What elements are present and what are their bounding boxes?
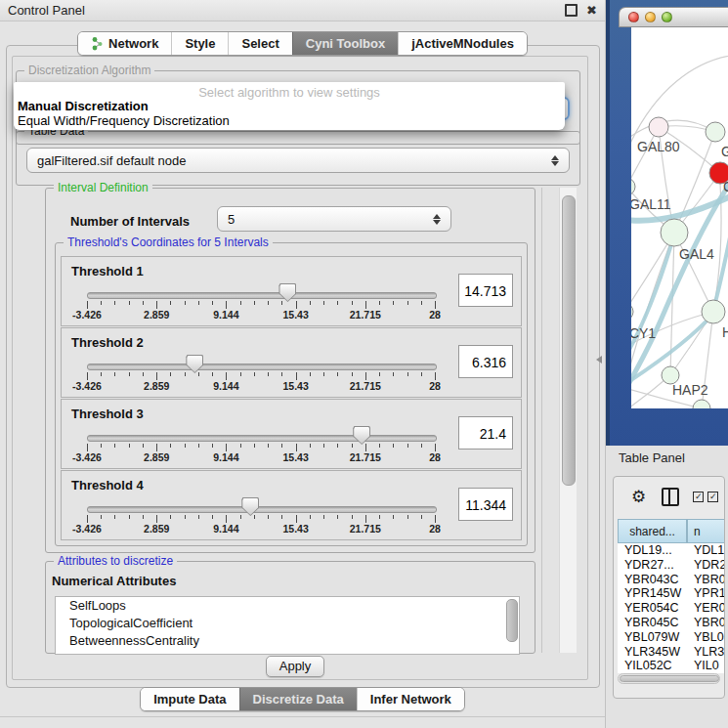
slider-track[interactable] bbox=[87, 364, 437, 370]
table-row[interactable]: YER054CYER0 bbox=[618, 601, 725, 616]
table-row[interactable]: YDR27...YDR2 bbox=[618, 558, 725, 573]
tab-impute-data[interactable]: Impute Data bbox=[141, 688, 238, 710]
checkbox-icon[interactable]: ✓ bbox=[693, 492, 704, 502]
list-item[interactable]: BetweennessCentrality bbox=[56, 632, 519, 650]
tab-network[interactable]: Network bbox=[78, 32, 171, 55]
table-row[interactable]: YBL079WYBL0 bbox=[618, 630, 725, 645]
table-panel: ⚙ ✓ ✓ shared...n YDL19...YDL1YDR27...YDR… bbox=[613, 476, 725, 699]
network-canvas[interactable]: GAL80GCGAL11GAL4GCY1HHAP2 bbox=[631, 27, 728, 408]
tick-label: 2.859 bbox=[144, 451, 169, 463]
network-node[interactable] bbox=[706, 122, 725, 142]
slider-thumb[interactable] bbox=[353, 426, 370, 445]
tick-label: 21.715 bbox=[350, 380, 381, 392]
table-cell: YIL0 bbox=[687, 659, 725, 673]
zoom-traffic-light-icon[interactable] bbox=[662, 12, 672, 22]
table-row[interactable]: YBR045CYBR0 bbox=[618, 616, 725, 630]
tab-discretize-data[interactable]: Discretize Data bbox=[239, 688, 357, 710]
network-node[interactable] bbox=[661, 219, 688, 246]
panel-scrollbar-thumb[interactable] bbox=[562, 195, 576, 486]
table-row[interactable]: YPR145WYPR1 bbox=[618, 586, 725, 601]
slider-thumb[interactable] bbox=[186, 355, 203, 373]
panel-bottom-edge bbox=[0, 716, 605, 717]
dropdown-hint: Select algorithm to view settings bbox=[14, 85, 565, 100]
attribute-items: SelfLoopsTopologicalCoefficientBetweenne… bbox=[56, 597, 519, 650]
node-label: GAL80 bbox=[637, 139, 680, 154]
combo-stepper-icon bbox=[433, 214, 441, 225]
close-icon[interactable]: ✖ bbox=[586, 3, 597, 18]
column-header[interactable]: n bbox=[687, 519, 725, 543]
checkbox-icon[interactable]: ✓ bbox=[707, 492, 718, 502]
float-window-icon[interactable] bbox=[565, 4, 578, 17]
table-cell: YER0 bbox=[687, 601, 725, 616]
top-tabbar: NetworkStyleSelectCyni ToolboxjActiveMNo… bbox=[77, 31, 528, 56]
table-row[interactable]: YIL052CYIL0 bbox=[618, 659, 725, 673]
table-cell: YBL0 bbox=[687, 630, 725, 645]
table-panel-title: Table Panel bbox=[619, 450, 685, 465]
slider-track[interactable] bbox=[87, 435, 437, 442]
dropdown-option-manual[interactable]: Manual Discretization bbox=[18, 99, 149, 113]
tab-infer-network[interactable]: Infer Network bbox=[357, 688, 464, 710]
numerical-attributes-list[interactable]: SelfLoopsTopologicalCoefficientBetweenne… bbox=[55, 596, 520, 655]
close-traffic-light-icon[interactable] bbox=[628, 12, 639, 22]
tick-label: 28 bbox=[429, 309, 441, 321]
panel-scrollbar[interactable] bbox=[559, 188, 577, 653]
slider-tick-labels: -3.4262.8599.14415.4321.71528 bbox=[87, 380, 435, 392]
network-node[interactable] bbox=[631, 178, 635, 195]
tick-label: 2.859 bbox=[144, 309, 169, 321]
threshold-value-field[interactable]: 21.4 bbox=[458, 416, 513, 450]
tab-style[interactable]: Style bbox=[171, 32, 228, 55]
table-row[interactable]: YBR043CYBR0 bbox=[618, 573, 725, 587]
attributes-list-scrollbar[interactable] bbox=[506, 599, 518, 642]
table-cell: YIL052C bbox=[618, 659, 687, 673]
threshold-box-2: Threshold 2-3.4262.8599.14415.4321.71528… bbox=[61, 327, 522, 398]
tab-cyni-toolbox[interactable]: Cyni Toolbox bbox=[292, 32, 398, 55]
table-cell: YLR345W bbox=[618, 645, 687, 660]
tab-select[interactable]: Select bbox=[228, 32, 291, 55]
tab-jactivemnodules[interactable]: jActiveMNodules bbox=[398, 32, 527, 55]
tick-label: -3.426 bbox=[72, 309, 102, 321]
apply-button[interactable]: Apply bbox=[266, 656, 324, 677]
table-hscrollbar[interactable] bbox=[618, 673, 720, 684]
threshold-label: Threshold 1 bbox=[71, 264, 144, 278]
slider-track[interactable] bbox=[87, 292, 437, 299]
dropdown-option-equal-width[interactable]: Equal Width/Frequency Discretization bbox=[18, 113, 230, 128]
minimize-traffic-light-icon[interactable] bbox=[645, 12, 656, 22]
network-icon bbox=[91, 36, 104, 51]
number-of-intervals-combobox[interactable]: 5 bbox=[217, 206, 451, 232]
numerical-attributes-label: Numerical Attributes bbox=[52, 574, 176, 588]
table-data-group: Table Data galFiltered.sif default node bbox=[16, 131, 580, 186]
node-label: H bbox=[722, 324, 728, 340]
threshold-value-field[interactable]: 14.713 bbox=[458, 274, 513, 307]
table-row[interactable]: YDL19...YDL1 bbox=[618, 543, 725, 558]
table-hscrollbar-thumb[interactable] bbox=[620, 675, 719, 682]
table-data-combobox[interactable]: galFiltered.sif default node bbox=[26, 148, 570, 173]
tick-label: 9.144 bbox=[213, 309, 238, 321]
table-cell: YPR145W bbox=[618, 586, 687, 601]
control-panel-titlebar: Control Panel ✖ bbox=[0, 0, 605, 21]
node-label: GAL11 bbox=[631, 196, 671, 212]
table-cell: YDR27... bbox=[618, 558, 687, 573]
network-window-titlebar[interactable] bbox=[619, 7, 728, 27]
table-row[interactable]: YLR345WYLR3 bbox=[618, 645, 725, 660]
gear-icon[interactable]: ⚙ bbox=[631, 489, 646, 505]
splitter-arrow-icon[interactable] bbox=[596, 356, 602, 364]
slider-thumb[interactable] bbox=[241, 497, 259, 516]
split-columns-icon[interactable] bbox=[662, 488, 679, 506]
network-node[interactable] bbox=[631, 303, 633, 321]
tick-label: -3.426 bbox=[72, 451, 102, 463]
network-node[interactable] bbox=[702, 300, 725, 323]
slider-tick-labels: -3.4262.8599.14415.4321.71528 bbox=[87, 309, 435, 321]
threshold-value-field[interactable]: 6.316 bbox=[458, 345, 513, 378]
list-item[interactable]: SelfLoops bbox=[56, 597, 519, 615]
tick-label: 21.715 bbox=[350, 309, 381, 321]
group-title: Threshold's Coordinates for 5 Intervals bbox=[64, 236, 273, 249]
threshold-value-field[interactable]: 11.344 bbox=[458, 488, 513, 521]
list-item[interactable]: TopologicalCoefficient bbox=[56, 615, 519, 632]
table-cell: YPR1 bbox=[687, 586, 725, 601]
column-header[interactable]: shared... bbox=[618, 519, 687, 543]
slider-thumb[interactable] bbox=[278, 283, 296, 302]
slider-track[interactable] bbox=[87, 506, 437, 513]
network-node[interactable] bbox=[693, 400, 710, 408]
network-node[interactable] bbox=[649, 117, 668, 137]
node-label: GCY1 bbox=[631, 325, 656, 341]
